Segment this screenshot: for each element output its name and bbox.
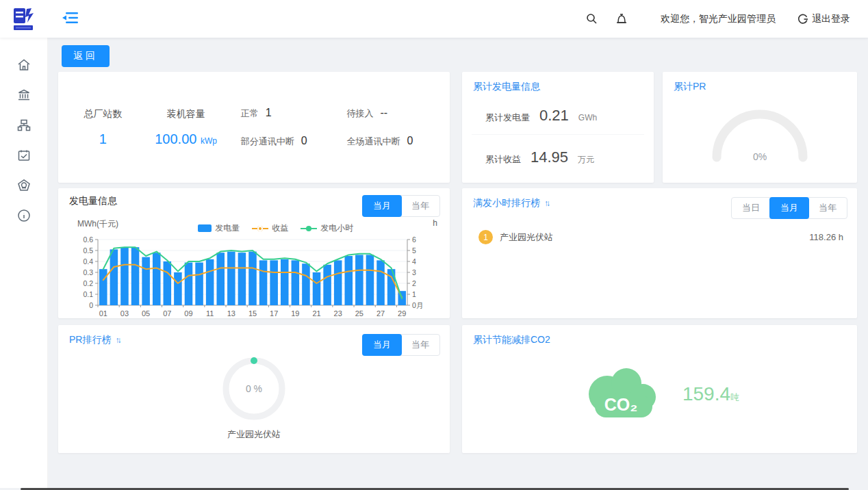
donut-progress-dot <box>251 357 257 364</box>
sidebar-item-schedule[interactable] <box>0 140 48 170</box>
cumulative-card-title: 累计发电量信息 <box>462 72 654 93</box>
tab-current-year[interactable]: 当年 <box>401 335 439 355</box>
svg-text:11: 11 <box>206 309 214 318</box>
tab-current-month[interactable]: 当月 <box>362 195 402 217</box>
welcome-text: 欢迎您，智光产业园管理员 <box>661 13 776 25</box>
svg-text:0.1: 0.1 <box>83 290 93 298</box>
search-icon[interactable] <box>586 13 598 25</box>
cumulative-gen-row: 累计发电量 0.21 GWh <box>472 93 644 135</box>
generation-chart-tabs: 当月 当年 <box>362 195 440 217</box>
svg-text:21: 21 <box>312 309 320 318</box>
logout-power-icon <box>797 14 808 25</box>
svg-text:0.2: 0.2 <box>83 279 93 287</box>
station-name: 产业园光伏站 <box>500 231 553 244</box>
svg-text:2: 2 <box>412 279 416 287</box>
dashboard-root: 欢迎您，智光产业园管理员 退出登录 <box>0 0 868 490</box>
tab-current-day[interactable]: 当日 <box>732 198 770 218</box>
cumulative-income-row: 累计收益 14.95 万元 <box>472 135 644 176</box>
chart-legend: 发电量 收益 发电小时 <box>198 218 353 234</box>
pending-stat: 待接入-- <box>346 107 387 120</box>
capacity-value: 100.00 kWp <box>155 131 217 147</box>
tab-current-month[interactable]: 当月 <box>362 334 402 356</box>
top-header: 欢迎您，智光产业园管理员 退出登录 <box>0 0 868 38</box>
co2-title: 累计节能减排CO2 <box>462 325 857 346</box>
full-interrupt-stat: 全场通讯中断0 <box>346 135 413 148</box>
pr-gauge-title: 累计PR <box>663 72 857 93</box>
svg-text:19: 19 <box>291 309 299 318</box>
pr-station-name: 产业园光伏站 <box>227 428 281 441</box>
svg-text:01: 01 <box>99 309 107 318</box>
svg-text:29: 29 <box>398 309 406 318</box>
sort-icon[interactable]: ↑↓ <box>544 198 548 208</box>
full-hours-title: 满发小时排行榜 ↑↓ <box>473 197 548 209</box>
tab-current-year[interactable]: 当年 <box>401 196 439 216</box>
sidebar-item-ranking[interactable] <box>0 170 48 201</box>
green-line-swatch-icon <box>301 228 317 229</box>
svg-text:3: 3 <box>412 268 416 276</box>
sidebar-item-info[interactable] <box>0 201 48 231</box>
svg-text:4: 4 <box>412 257 416 266</box>
capacity-label: 装机容量 <box>167 108 205 120</box>
co2-cloud-icon: CO₂ <box>580 361 665 427</box>
logo-icon <box>11 6 37 32</box>
sort-icon[interactable]: ↑↓ <box>115 335 119 345</box>
co2-value-group: 159.4吨 <box>682 383 739 405</box>
svg-text:03: 03 <box>120 309 129 318</box>
svg-text:23: 23 <box>334 309 342 318</box>
alarm-bell-icon[interactable] <box>615 13 628 25</box>
device-sitemap-icon <box>17 118 31 132</box>
tab-current-year[interactable]: 当年 <box>808 198 847 218</box>
logout-button[interactable]: 退出登录 <box>797 13 850 25</box>
svg-text:25: 25 <box>355 309 363 318</box>
cumulative-generation-card: 累计发电量信息 累计发电量 0.21 GWh 累计收益 14.95 万元 <box>462 72 654 183</box>
generation-chart-card: 发电量信息 当月 当年 MWh(千元) 发电量 收益 发电小时 h 0.60.5… <box>58 188 450 318</box>
badge-pentagon-icon <box>17 179 31 192</box>
svg-text:0.3: 0.3 <box>83 268 93 276</box>
home-icon <box>17 58 31 72</box>
y-right-caption: h <box>433 218 437 234</box>
pr-ranking-card: PR排行榜 ↑↓ 当月 当年 0 % 产业园光伏站 <box>58 325 450 453</box>
generation-bar-line-chart[interactable]: 0.60.50.40.30.20.106543210月0103050709111… <box>66 234 442 324</box>
full-hours-tabs: 当日 当月 当年 <box>731 197 847 219</box>
co2-cloud-label: CO₂ <box>604 395 638 414</box>
tab-current-month[interactable]: 当月 <box>769 197 809 219</box>
collapse-menu-icon[interactable] <box>62 11 78 27</box>
svg-text:1: 1 <box>412 290 416 298</box>
legend-hours[interactable]: 发电小时 <box>301 222 353 234</box>
svg-text:07: 07 <box>163 309 171 318</box>
pr-rank-tabs: 当月 当年 <box>362 334 440 356</box>
svg-text:0.6: 0.6 <box>83 235 93 244</box>
ranking-row[interactable]: 1 产业园光伏站 118.26 h <box>462 219 857 244</box>
orange-line-swatch-icon <box>252 228 268 229</box>
svg-text:5: 5 <box>412 246 416 255</box>
svg-text:09: 09 <box>184 309 192 318</box>
co2-savings-card: 累计节能减排CO2 CO₂ 159.4吨 <box>462 325 857 453</box>
bar-swatch-icon <box>198 224 212 232</box>
calendar-check-icon <box>17 149 31 162</box>
legend-income[interactable]: 收益 <box>252 222 288 234</box>
svg-text:0.5: 0.5 <box>83 246 93 255</box>
normal-stat: 正常1 <box>241 107 272 120</box>
cumulative-gen-value: 0.21 <box>539 107 569 125</box>
back-button[interactable]: 返回 <box>62 45 110 67</box>
sidebar-item-home[interactable] <box>0 50 48 80</box>
legend-generation[interactable]: 发电量 <box>198 222 240 234</box>
pr-gauge: 0% <box>663 97 857 166</box>
svg-text:0.4: 0.4 <box>83 257 93 266</box>
full-hours-ranking-card: 满发小时排行榜 ↑↓ 当日 当月 当年 1 产业园光伏站 118.26 h <box>462 188 857 318</box>
capacity-unit: kWp <box>201 136 217 146</box>
sidebar-item-devices[interactable] <box>0 110 48 140</box>
svg-text:27: 27 <box>376 309 385 318</box>
sidebar-nav <box>0 38 48 488</box>
svg-text:05: 05 <box>142 309 150 318</box>
pr-gauge-value: 0% <box>753 151 767 162</box>
cumulative-income-value: 14.95 <box>531 149 568 166</box>
svg-text:6: 6 <box>412 235 416 244</box>
sidebar-item-plants[interactable] <box>0 80 48 110</box>
svg-text:17: 17 <box>270 309 278 318</box>
generation-chart-title: 发电量信息 <box>69 195 117 207</box>
pr-donut: 0 % 产业园光伏站 <box>58 353 450 441</box>
station-overview-card: 总厂站数 1 装机容量 100.00 kWp 正常1 部分通讯中断0 待接入--… <box>58 72 450 183</box>
main-content: 返回 总厂站数 1 装机容量 100.00 kWp 正常1 部分通讯中断0 待接… <box>48 38 868 488</box>
pr-donut-value: 0 % <box>246 383 262 394</box>
